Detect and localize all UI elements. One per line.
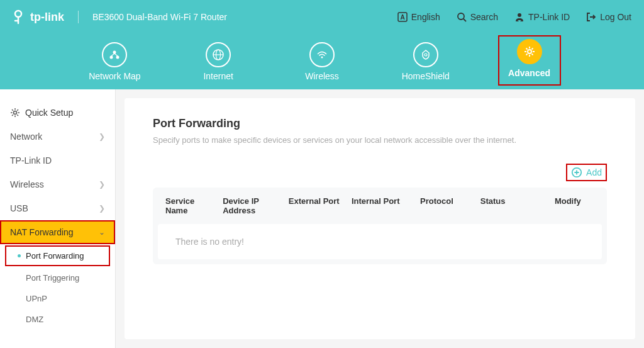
- add-button[interactable]: Add: [571, 167, 602, 178]
- col-service-name: Service Name: [165, 196, 216, 215]
- main-content: Port Forwarding Specify ports to make sp…: [125, 98, 635, 339]
- tplink-id-link[interactable]: TP-Link ID: [514, 12, 570, 22]
- col-status: Status: [480, 196, 548, 215]
- header-divider: [78, 11, 79, 23]
- search-link[interactable]: Search: [457, 12, 498, 22]
- search-icon: [457, 12, 467, 22]
- col-device-ip: Device IP Address: [223, 196, 282, 215]
- nav-internet[interactable]: Internet: [187, 42, 250, 81]
- svg-point-16: [14, 111, 17, 115]
- nav-network-map[interactable]: Network Map: [83, 42, 146, 81]
- col-protocol: Protocol: [420, 196, 474, 215]
- nav-homeshield[interactable]: HomeShield: [394, 42, 457, 81]
- sidebar-sub-upnp[interactable]: UPnP: [0, 288, 115, 309]
- svg-point-8: [110, 56, 113, 59]
- wifi-icon: [309, 42, 335, 67]
- col-internal-port: Internal Port: [352, 196, 414, 215]
- chevron-down-icon: ⌄: [99, 228, 105, 237]
- svg-point-7: [113, 51, 116, 54]
- svg-text:A: A: [400, 14, 404, 21]
- chevron-right-icon: ❯: [99, 180, 105, 189]
- sidebar-sub-port-forwarding[interactable]: Port Forwarding: [6, 247, 109, 265]
- svg-point-15: [528, 50, 531, 53]
- sidebar-sub-dmz[interactable]: DMZ: [0, 309, 115, 330]
- sidebar: Quick Setup Network❯ TP-Link ID Wireless…: [0, 89, 116, 348]
- col-modify: Modify: [555, 196, 594, 215]
- gear-icon: [517, 39, 542, 64]
- globe-icon: [206, 42, 231, 67]
- chevron-right-icon: ❯: [99, 204, 105, 213]
- sidebar-sub-port-triggering[interactable]: Port Triggering: [0, 267, 115, 288]
- chevron-right-icon: ❯: [99, 132, 105, 141]
- user-icon: [514, 12, 525, 22]
- logout-link[interactable]: Log Out: [586, 12, 631, 22]
- gear-icon: [10, 108, 20, 118]
- brand-logo: tp-link: [13, 9, 64, 25]
- logout-icon: [586, 12, 596, 22]
- sidebar-wireless[interactable]: Wireless❯: [0, 172, 115, 196]
- svg-point-14: [425, 53, 427, 56]
- sidebar-nat-forwarding[interactable]: NAT Forwarding⌄: [0, 220, 115, 244]
- nav-advanced[interactable]: Advanced: [498, 35, 561, 86]
- page-description: Specify ports to make specific devices o…: [153, 135, 607, 145]
- svg-point-9: [116, 56, 119, 59]
- sidebar-network[interactable]: Network❯: [0, 125, 115, 149]
- product-name: BE3600 Dual-Band Wi-Fi 7 Router: [92, 12, 227, 22]
- sidebar-quick-setup[interactable]: Quick Setup: [0, 101, 115, 125]
- col-external-port: External Port: [289, 196, 345, 215]
- sidebar-usb[interactable]: USB❯: [0, 196, 115, 220]
- svg-line-4: [464, 19, 466, 21]
- language-selector[interactable]: A English: [397, 12, 440, 22]
- svg-point-0: [15, 11, 21, 17]
- shield-icon: [413, 42, 438, 67]
- svg-point-13: [321, 57, 323, 59]
- table-empty-message: There is no entry!: [158, 224, 602, 259]
- nav-wireless[interactable]: Wireless: [291, 42, 353, 81]
- plus-circle-icon: [571, 167, 582, 178]
- network-map-icon: [102, 42, 127, 67]
- port-forwarding-table: Service Name Device IP Address External …: [153, 188, 607, 264]
- svg-point-3: [458, 13, 464, 20]
- page-title: Port Forwarding: [153, 117, 607, 130]
- svg-point-5: [518, 13, 521, 17]
- language-icon: A: [397, 12, 408, 22]
- sidebar-tplink-id[interactable]: TP-Link ID: [0, 149, 115, 172]
